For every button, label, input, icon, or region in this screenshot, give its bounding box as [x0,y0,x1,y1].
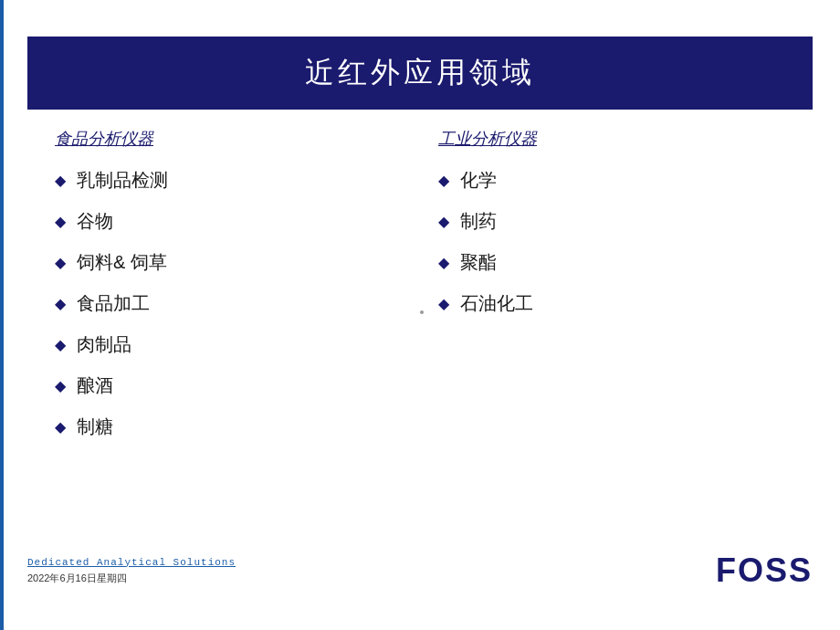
list-item: ◆ 谷物 [55,209,402,234]
footer-left: Dedicated Analytical Solutions 2022年6月16… [27,557,236,585]
dedicated-solutions-text: Dedicated Analytical Solutions [27,557,236,568]
list-item-text: 化学 [460,168,497,193]
list-item: ◆ 制药 [438,209,785,234]
title-banner: 近红外应用领域 [27,37,813,110]
diamond-icon: ◆ [55,254,66,271]
list-item-text: 制糖 [77,415,113,439]
list-item-text: 酿酒 [77,373,113,398]
diamond-icon: ◆ [438,254,449,271]
list-item: ◆ 酿酒 [55,373,402,398]
diamond-icon: ◆ [55,418,66,436]
left-accent-bar [0,0,4,630]
right-column-title: 工业分析仪器 [438,128,537,150]
diamond-icon: ◆ [438,295,449,312]
diamond-icon: ◆ [55,336,66,353]
list-item: ◆ 化学 [438,168,785,193]
date-text: 2022年6月16日星期四 [27,572,236,585]
list-item: ◆ 制糖 [55,415,402,439]
list-item: ◆ 食品加工 [55,291,402,316]
center-dot-decoration [420,310,424,314]
list-item-text: 石油化工 [460,291,533,316]
diamond-icon: ◆ [438,172,449,189]
left-bullet-list: ◆ 乳制品检测 ◆ 谷物 ◆ 饲料& 饲草 ◆ 食品加工 ◆ 肉制品 ◆ 酿酒 [55,168,402,439]
list-item: ◆ 乳制品检测 [55,168,402,193]
foss-logo: FOSS [716,551,813,590]
diamond-icon: ◆ [55,213,66,230]
list-item-text: 乳制品检测 [77,168,168,193]
content-area: 食品分析仪器 ◆ 乳制品检测 ◆ 谷物 ◆ 饲料& 饲草 ◆ 食品加工 ◆ 肉制… [55,128,785,539]
diamond-icon: ◆ [55,295,66,312]
diamond-icon: ◆ [55,377,66,394]
footer: Dedicated Analytical Solutions 2022年6月16… [0,548,840,593]
list-item: ◆ 饲料& 饲草 [55,250,402,275]
diamond-icon: ◆ [438,213,449,230]
list-item: ◆ 肉制品 [55,332,402,357]
diamond-icon: ◆ [55,172,66,189]
list-item-text: 谷物 [77,209,113,234]
list-item-text: 食品加工 [77,291,150,316]
list-item-text: 聚酯 [460,250,497,275]
list-item: ◆ 石油化工 [438,291,785,316]
list-item-text: 制药 [460,209,497,234]
left-column-title: 食品分析仪器 [55,128,153,150]
left-column: 食品分析仪器 ◆ 乳制品检测 ◆ 谷物 ◆ 饲料& 饲草 ◆ 食品加工 ◆ 肉制… [55,128,402,539]
list-item: ◆ 聚酯 [438,250,785,275]
right-column: 工业分析仪器 ◆ 化学 ◆ 制药 ◆ 聚酯 ◆ 石油化工 [438,128,785,539]
list-item-text: 饲料& 饲草 [77,250,167,275]
right-bullet-list: ◆ 化学 ◆ 制药 ◆ 聚酯 ◆ 石油化工 [438,168,785,316]
page-title: 近红外应用领域 [27,53,813,93]
list-item-text: 肉制品 [77,332,131,357]
